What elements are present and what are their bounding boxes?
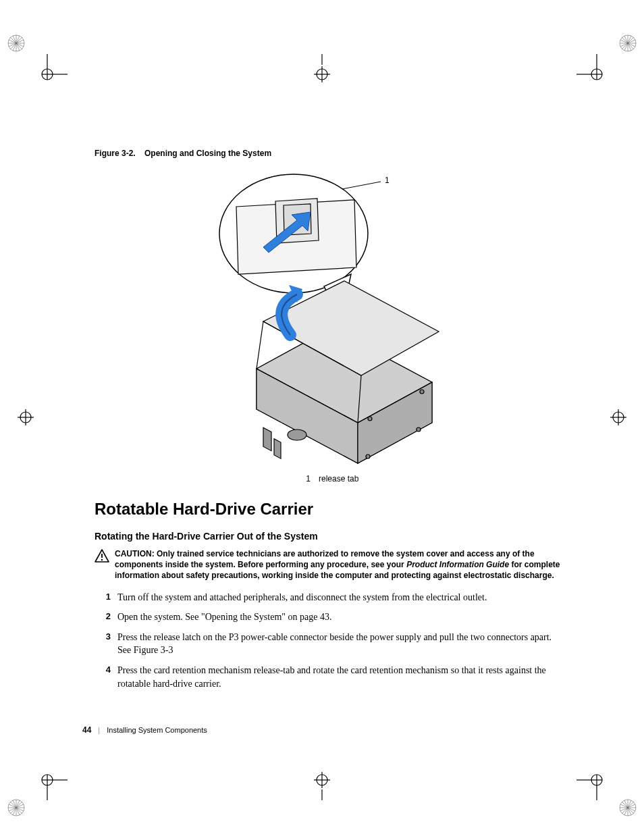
starburst-icon [618, 798, 637, 817]
step-item: 1 Turn off the system and attached perip… [95, 591, 564, 604]
figure-caption: Figure 3-2. Opening and Closing the Syst… [95, 149, 564, 158]
procedure-steps: 1 Turn off the system and attached perip… [95, 591, 564, 691]
step-number: 4 [95, 664, 111, 676]
step-item: 3 Press the release latch on the P3 powe… [95, 631, 564, 657]
svg-point-76 [417, 427, 421, 432]
caution-text: CAUTION: Only trained service technician… [115, 548, 564, 581]
svg-point-75 [366, 454, 370, 459]
footer-separator: | [98, 726, 100, 734]
caution-label: CAUTION: [115, 549, 155, 558]
subsection-heading: Rotating the Hard-Drive Carrier Out of t… [95, 531, 564, 542]
crop-mark-icon [598, 397, 639, 438]
starburst-icon [618, 34, 637, 53]
crop-mark-icon [576, 54, 617, 95]
figure-title: Opening and Closing the System [144, 149, 271, 158]
caution-block: CAUTION: Only trained service technician… [95, 548, 564, 581]
crop-mark-icon [27, 760, 68, 800]
step-number: 2 [95, 610, 111, 623]
page-content: Figure 3-2. Opening and Closing the Syst… [95, 149, 564, 697]
svg-point-77 [420, 390, 424, 394]
svg-rect-72 [263, 427, 271, 450]
svg-point-74 [288, 429, 306, 440]
step-text: Turn off the system and attached periphe… [117, 592, 487, 602]
svg-rect-73 [274, 439, 281, 459]
figure-legend: 1 release tab [95, 474, 564, 484]
figure-number: Figure 3-2. [95, 149, 136, 158]
starburst-icon [7, 798, 26, 817]
crop-mark-icon [302, 54, 342, 95]
starburst-icon [7, 34, 26, 53]
page-number: 44 [82, 725, 91, 735]
step-item: 2 Open the system. See "Opening the Syst… [95, 610, 564, 624]
product-information-guide: Product Information Guide [406, 560, 509, 569]
legend-number: 1 [300, 474, 317, 484]
step-number: 1 [95, 591, 111, 603]
step-item: 4 Press the card retention mechanism rel… [95, 664, 564, 690]
step-text: Open the system. See "Opening the System… [117, 612, 331, 622]
step-text: Press the card retention mechanism relea… [117, 665, 546, 689]
chapter-title: Installing System Components [107, 726, 207, 734]
crop-mark-icon [302, 760, 342, 800]
crop-mark-icon [27, 54, 68, 95]
step-text: Press the release latch on the P3 power-… [117, 632, 552, 656]
svg-point-81 [101, 559, 103, 561]
crop-mark-icon [5, 397, 46, 438]
figure-illustration: 1 [95, 166, 564, 470]
section-heading: Rotatable Hard-Drive Carrier [95, 500, 564, 519]
legend-text: release tab [319, 474, 358, 484]
step-number: 3 [95, 631, 111, 643]
system-opening-illustration [216, 166, 446, 470]
crop-mark-icon [576, 760, 617, 800]
page-footer: 44 | Installing System Components [82, 725, 207, 735]
caution-triangle-icon [95, 548, 115, 565]
